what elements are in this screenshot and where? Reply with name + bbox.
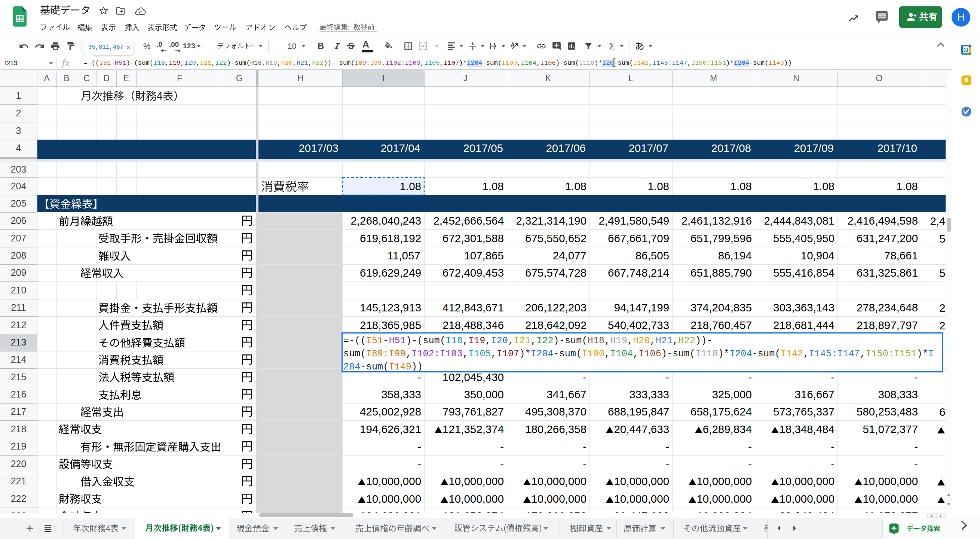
- svg-text:31: 31: [963, 47, 969, 53]
